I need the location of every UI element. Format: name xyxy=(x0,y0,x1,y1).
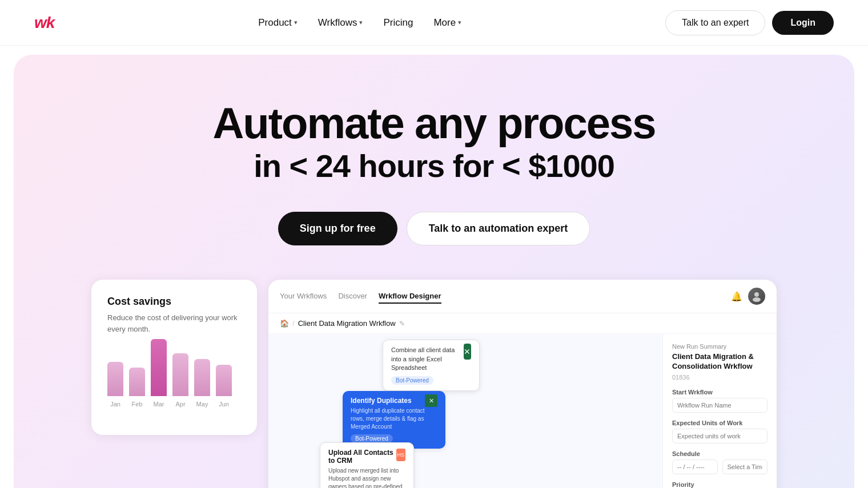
bar-label: Feb xyxy=(132,401,143,408)
workflow-nav: Your WrkflowsDiscoverWrkflow Designer 🔔 xyxy=(268,280,777,313)
bar-group: May xyxy=(194,359,210,408)
workflow-tab[interactable]: Your Wrkflows xyxy=(280,289,327,304)
bar xyxy=(216,365,232,396)
breadcrumb: 🏠 / Client Data Migration Wrkflow ✎ xyxy=(268,313,777,334)
start-time-input[interactable] xyxy=(722,459,768,474)
identify-duplicates-node: Identify Duplicates ✕ Highlight all dupl… xyxy=(343,391,445,449)
excel-node-text: Combine all client data into a single Ex… xyxy=(391,346,464,372)
bar xyxy=(151,339,167,396)
cost-bar-chart: JanFebMarAprMayJun xyxy=(107,350,241,419)
excel-icon: ✕ xyxy=(464,344,471,360)
edit-icon[interactable]: ✎ xyxy=(399,320,405,328)
svg-point-0 xyxy=(754,292,759,297)
login-button[interactable]: Login xyxy=(772,11,834,35)
bar xyxy=(194,359,210,396)
cost-card-desc: Reduce the cost of delivering your work … xyxy=(107,312,241,334)
run-summary-label: New Run Summary xyxy=(672,343,767,350)
units-input[interactable] xyxy=(672,429,767,443)
chevron-down-icon: ▾ xyxy=(359,19,363,26)
bot-badge: Bot-Powered xyxy=(391,376,433,385)
priority-label: Priority xyxy=(672,481,767,488)
bar-group: Jun xyxy=(216,365,232,408)
chevron-down-icon: ▾ xyxy=(458,19,461,26)
units-label: Expected Units of Work xyxy=(672,420,767,426)
workflow-nav-right: 🔔 xyxy=(731,288,765,305)
nav-actions: Talk to an expert Login xyxy=(665,10,834,35)
nav-product[interactable]: Product ▾ xyxy=(250,13,306,33)
workflow-card: Your WrkflowsDiscoverWrkflow Designer 🔔 … xyxy=(268,280,777,488)
bar-group: Jan xyxy=(107,362,123,408)
duplicates-node-title: Identify Duplicates xyxy=(351,397,412,405)
workflow-tab[interactable]: Wrkflow Designer xyxy=(379,289,441,304)
hero-title-line1: Automate any process xyxy=(37,100,831,146)
upload-node-title: Upload All Contacts to CRM xyxy=(328,449,396,465)
workflow-tab[interactable]: Discover xyxy=(338,289,367,304)
cost-savings-card: Cost savings Reduce the cost of deliveri… xyxy=(91,280,257,435)
hero-text: Automate any process in < 24 hours for <… xyxy=(37,100,831,183)
run-summary-title: Client Data Migration & Consolidation Wr… xyxy=(672,352,767,372)
logo[interactable]: wk xyxy=(34,14,54,32)
bar-label: Jan xyxy=(110,401,120,408)
chevron-down-icon: ▾ xyxy=(294,19,298,26)
run-summary-sidebar: New Run Summary Client Data Migration & … xyxy=(662,334,777,488)
canvas-main: Combine all client data into a single Ex… xyxy=(268,334,662,488)
cards-row: Cost savings Reduce the cost of deliveri… xyxy=(91,280,777,488)
home-icon[interactable]: 🏠 xyxy=(280,319,289,328)
excel-mini-icon: ✕ xyxy=(425,394,437,407)
bar xyxy=(172,353,188,396)
nav-more[interactable]: More ▾ xyxy=(425,13,469,33)
hero-buttons: Sign up for free Talk to an automation e… xyxy=(37,212,831,245)
schedule-row xyxy=(672,459,767,481)
bot-badge-2: Bot-Powered xyxy=(351,434,393,443)
breadcrumb-current: Client Data Migration Wrkflow xyxy=(298,319,396,328)
workflow-canvas: Combine all client data into a single Ex… xyxy=(268,334,777,488)
signup-button[interactable]: Sign up for free xyxy=(278,212,397,245)
bar xyxy=(129,368,145,396)
duplicates-node-desc: Highlight all duplicate contact rows, me… xyxy=(351,407,437,431)
start-date-input[interactable] xyxy=(672,459,718,474)
breadcrumb-separator: / xyxy=(292,319,295,328)
nav-wrkflows[interactable]: Wrkflows ▾ xyxy=(310,13,371,33)
bar-group: Mar xyxy=(151,339,167,408)
bar-group: Apr xyxy=(172,353,188,408)
navbar: wk Product ▾ Wrkflows ▾ Pricing More ▾ T… xyxy=(0,0,868,46)
upload-node-desc: Upload new merged list into Hubspot and … xyxy=(328,467,405,488)
cost-card-title: Cost savings xyxy=(107,296,241,308)
hero-title-line2: in < 24 hours for < $1000 xyxy=(37,148,831,184)
nav-pricing[interactable]: Pricing xyxy=(375,13,421,33)
hero-section: Automate any process in < 24 hours for <… xyxy=(14,55,854,488)
run-id: 01836 xyxy=(672,374,767,381)
wrkflow-run-name-input[interactable] xyxy=(672,398,767,413)
talk-automation-expert-button[interactable]: Talk to an automation expert xyxy=(407,212,590,245)
bar-group: Feb xyxy=(129,368,145,408)
hubspot-icon: HS xyxy=(396,449,405,461)
nav-links: Product ▾ Wrkflows ▾ Pricing More ▾ xyxy=(250,13,469,33)
upload-contacts-node: Upload All Contacts to CRM HS Upload new… xyxy=(320,442,414,488)
talk-to-expert-button[interactable]: Talk to an expert xyxy=(665,10,765,35)
start-wrkflow-label: Start Wrkflow xyxy=(672,389,767,396)
avatar[interactable] xyxy=(748,288,765,305)
notification-icon[interactable]: 🔔 xyxy=(731,291,742,302)
bar-label: May xyxy=(196,401,208,408)
excel-node: Combine all client data into a single Ex… xyxy=(383,340,480,390)
bar-label: Mar xyxy=(154,401,164,408)
svg-point-1 xyxy=(753,297,761,302)
logo-text: wk xyxy=(34,14,54,32)
bar xyxy=(107,362,123,396)
bar-label: Jun xyxy=(219,401,229,408)
bar-label: Apr xyxy=(175,401,185,408)
workflow-tabs: Your WrkflowsDiscoverWrkflow Designer xyxy=(280,289,441,304)
schedule-label: Schedule xyxy=(672,450,767,457)
